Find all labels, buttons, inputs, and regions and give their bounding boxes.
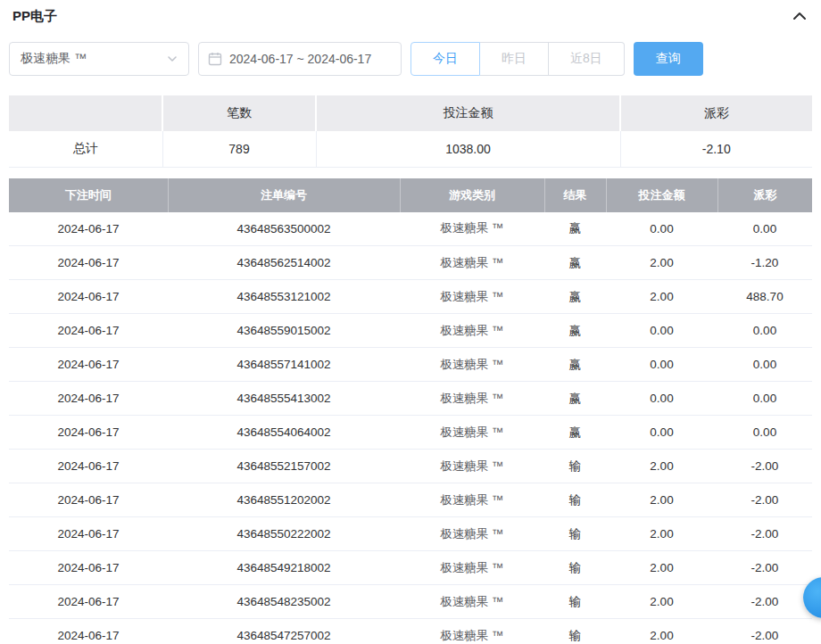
col-header-bet-time: 下注时间 — [9, 178, 168, 212]
cell-result: 输 — [544, 517, 606, 551]
summary-header-bet-amount: 投注金额 — [316, 95, 620, 131]
cell-bet-amount: 2.00 — [606, 517, 717, 551]
summary-row: 总计 789 1038.00 -2.10 — [9, 131, 812, 167]
cell-payout: 0.00 — [717, 348, 812, 382]
cell-payout: 0.00 — [717, 212, 812, 246]
cell-result: 赢 — [544, 314, 606, 348]
cell-result: 输 — [544, 619, 606, 644]
cell-game-type: 极速糖果 ™ — [400, 314, 544, 348]
cell-bet-amount: 2.00 — [606, 619, 717, 644]
cell-game-type: 极速糖果 ™ — [400, 246, 544, 280]
yesterday-button[interactable]: 昨日 — [480, 42, 549, 76]
report-page: PP电子 极速糖果 ™ — [0, 0, 821, 644]
page-title: PP电子 — [12, 8, 57, 25]
cell-game-type: 极速糖果 ™ — [400, 450, 544, 483]
chevron-down-icon — [167, 54, 178, 64]
cell-bet-time: 2024-06-17 — [9, 416, 168, 450]
cell-payout: -2.00 — [717, 619, 812, 644]
col-header-payout: 派彩 — [717, 178, 812, 212]
summary-total-label: 总计 — [9, 131, 162, 167]
table-row: 2024-06-17 43648551202002 极速糖果 ™ 输 2.00 … — [9, 483, 812, 517]
cell-order-no: 43648549218002 — [168, 551, 400, 585]
search-button[interactable]: 查询 — [634, 42, 703, 76]
summary-header-payout: 派彩 — [620, 95, 812, 131]
last-8-days-button[interactable]: 近8日 — [549, 42, 625, 76]
col-header-order-no: 注单编号 — [168, 178, 400, 212]
game-select-value: 极速糖果 ™ — [21, 51, 87, 67]
table-row: 2024-06-17 43648552157002 极速糖果 ™ 输 2.00 … — [9, 450, 812, 483]
table-row: 2024-06-17 43648550222002 极速糖果 ™ 输 2.00 … — [9, 517, 812, 551]
cell-game-type: 极速糖果 ™ — [400, 280, 544, 314]
cell-bet-time: 2024-06-17 — [9, 483, 168, 517]
summary-header-blank — [9, 95, 162, 131]
cell-result: 赢 — [544, 246, 606, 280]
cell-order-no: 43648563500002 — [168, 212, 400, 246]
cell-bet-time: 2024-06-17 — [9, 280, 168, 314]
cell-game-type: 极速糖果 ™ — [400, 483, 544, 517]
cell-game-type: 极速糖果 ™ — [400, 619, 544, 644]
cell-bet-time: 2024-06-17 — [9, 551, 168, 585]
game-select[interactable]: 极速糖果 ™ — [9, 42, 189, 76]
today-button[interactable]: 今日 — [410, 42, 480, 76]
cell-bet-amount: 0.00 — [606, 348, 717, 382]
filter-bar: 极速糖果 ™ 2024-06-17 ~ 2024-06-17 今日 昨日 — [9, 42, 812, 76]
table-row: 2024-06-17 43648554064002 极速糖果 ™ 赢 0.00 … — [9, 416, 812, 450]
cell-bet-amount: 2.00 — [606, 551, 717, 585]
cell-result: 赢 — [544, 280, 606, 314]
cell-result: 赢 — [544, 212, 606, 246]
col-header-game-type: 游戏类别 — [400, 178, 544, 212]
cell-payout: 0.00 — [717, 416, 812, 450]
col-header-result: 结果 — [544, 178, 606, 212]
cell-game-type: 极速糖果 ™ — [400, 382, 544, 416]
table-row: 2024-06-17 43648553121002 极速糖果 ™ 赢 2.00 … — [9, 280, 812, 314]
cell-bet-time: 2024-06-17 — [9, 382, 168, 416]
summary-header-count: 笔数 — [162, 95, 316, 131]
date-range-value: 2024-06-17 ~ 2024-06-17 — [229, 52, 371, 66]
cell-bet-amount: 0.00 — [606, 212, 717, 246]
date-range-picker[interactable]: 2024-06-17 ~ 2024-06-17 — [198, 42, 402, 76]
cell-bet-time: 2024-06-17 — [9, 517, 168, 551]
cell-order-no: 43648547257002 — [168, 619, 400, 644]
table-row: 2024-06-17 43648562514002 极速糖果 ™ 赢 2.00 … — [9, 246, 812, 280]
cell-order-no: 43648552157002 — [168, 450, 400, 483]
section-header: PP电子 — [9, 0, 812, 30]
cell-bet-amount: 0.00 — [606, 382, 717, 416]
cell-result: 赢 — [544, 382, 606, 416]
cell-order-no: 43648553121002 — [168, 280, 400, 314]
cell-bet-amount: 2.00 — [606, 246, 717, 280]
cell-order-no: 43648548235002 — [168, 585, 400, 619]
collapse-button[interactable] — [789, 8, 810, 24]
cell-bet-time: 2024-06-17 — [9, 246, 168, 280]
table-row: 2024-06-17 43648548235002 极速糖果 ™ 输 2.00 … — [9, 585, 812, 619]
cell-game-type: 极速糖果 ™ — [400, 585, 544, 619]
table-row: 2024-06-17 43648559015002 极速糖果 ™ 赢 0.00 … — [9, 314, 812, 348]
cell-result: 赢 — [544, 416, 606, 450]
table-row: 2024-06-17 43648549218002 极速糖果 ™ 输 2.00 … — [9, 551, 812, 585]
cell-game-type: 极速糖果 ™ — [400, 551, 544, 585]
cell-game-type: 极速糖果 ™ — [400, 212, 544, 246]
cell-order-no: 43648551202002 — [168, 483, 400, 517]
cell-bet-time: 2024-06-17 — [9, 314, 168, 348]
cell-order-no: 43648562514002 — [168, 246, 400, 280]
cell-order-no: 43648555413002 — [168, 382, 400, 416]
table-row: 2024-06-17 43648557141002 极速糖果 ™ 赢 0.00 … — [9, 348, 812, 382]
calendar-icon — [208, 52, 222, 66]
cell-payout: 0.00 — [717, 314, 812, 348]
cell-payout: -2.00 — [717, 483, 812, 517]
summary-bet-amount-value: 1038.00 — [316, 131, 620, 167]
cell-bet-amount: 2.00 — [606, 585, 717, 619]
cell-bet-amount: 0.00 — [606, 314, 717, 348]
cell-payout: -1.20 — [717, 246, 812, 280]
chevron-up-icon — [792, 12, 807, 21]
bet-records-body: 2024-06-17 43648563500002 极速糖果 ™ 赢 0.00 … — [9, 212, 812, 644]
cell-bet-amount: 0.00 — [606, 416, 717, 450]
cell-order-no: 43648550222002 — [168, 517, 400, 551]
summary-table: 笔数 投注金额 派彩 总计 789 1038.00 -2.10 — [9, 95, 812, 168]
table-row: 2024-06-17 43648555413002 极速糖果 ™ 赢 0.00 … — [9, 382, 812, 416]
cell-bet-time: 2024-06-17 — [9, 450, 168, 483]
cell-order-no: 43648554064002 — [168, 416, 400, 450]
cell-result: 输 — [544, 551, 606, 585]
cell-result: 输 — [544, 483, 606, 517]
summary-count-value: 789 — [162, 131, 316, 167]
summary-payout-value: -2.10 — [620, 131, 812, 167]
